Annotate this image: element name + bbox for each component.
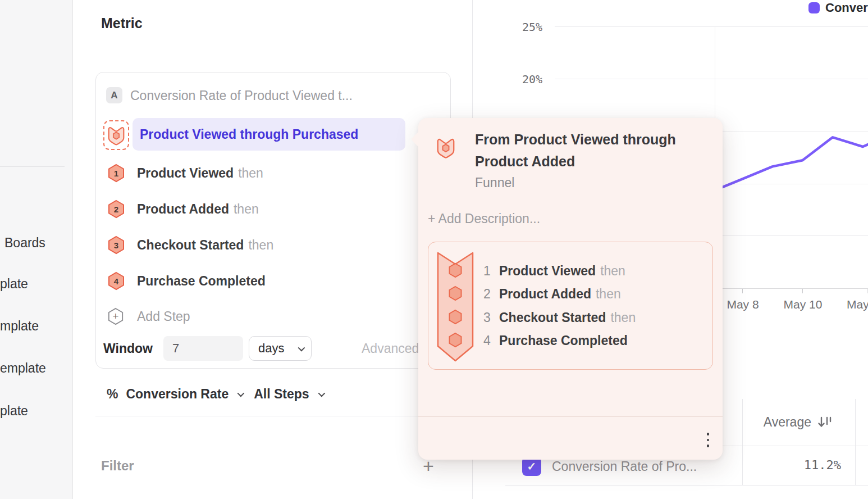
popover-steps-box: 1 Product Viewed then 2 Product Added th…: [428, 242, 713, 370]
chevron-down-icon: [298, 344, 305, 351]
x-tickmark: [742, 289, 743, 293]
measure-type-dropdown[interactable]: Conversion Rate: [126, 387, 229, 402]
left-sidebar: Boards plate mplate emplate plate: [0, 0, 73, 499]
table-column-border: [742, 399, 743, 485]
step-2-hex-icon: 2: [107, 199, 125, 219]
step-then-label: then: [600, 264, 625, 279]
svg-text:3: 3: [114, 241, 118, 250]
step-number: 3: [483, 310, 496, 325]
sidebar-item-template-3[interactable]: emplate: [0, 361, 46, 376]
step-1-hex-icon: 1: [107, 164, 125, 183]
y-axis-tick-25: 25%: [505, 20, 542, 34]
table-row-border: [505, 485, 868, 486]
sidebar-item-boards[interactable]: Boards: [4, 235, 45, 251]
metric-letter-badge: A: [106, 87, 122, 103]
section-divider: [95, 416, 455, 416]
add-step-button[interactable]: + Add Step: [107, 307, 276, 325]
sidebar-item-template-1[interactable]: plate: [0, 276, 28, 292]
x-tickmark: [867, 289, 867, 293]
x-axis-label-may8: May 8: [725, 298, 760, 311]
table-row-label[interactable]: Conversion Rate of Pro...: [552, 459, 726, 474]
step-name: Product Added: [499, 287, 591, 302]
step-then-label: then: [234, 202, 259, 217]
funnel-details-popover: From Product Viewed through Product Adde…: [418, 118, 723, 460]
window-input[interactable]: [163, 336, 243, 361]
step-then-label: then: [238, 166, 263, 181]
y-axis-tick-20: 20%: [505, 72, 542, 86]
popover-title: From Product Viewed through Product Adde…: [475, 129, 700, 173]
more-options-icon[interactable]: [701, 428, 715, 452]
step-3-hex-icon: 3: [107, 235, 125, 255]
x-tickmark: [802, 289, 803, 293]
funnel-icon[interactable]: [103, 120, 129, 150]
funnel-step-row-2[interactable]: 2 Product Added then: [107, 199, 422, 219]
window-unit-value: days: [258, 341, 284, 356]
metric-section-heading: Metric: [101, 15, 143, 31]
step-name: Product Viewed: [137, 166, 234, 181]
step-4-hex-icon: 4: [107, 271, 125, 291]
add-description-link[interactable]: + Add Description...: [428, 211, 540, 226]
series-checkbox[interactable]: ✓: [522, 457, 541, 476]
svg-text:1: 1: [114, 169, 118, 178]
metric-title[interactable]: Conversion Rate of Product Viewed t...: [130, 88, 353, 103]
sidebar-divider: [0, 166, 65, 167]
step-then-label: then: [596, 287, 621, 302]
gridline-20pct: [555, 79, 868, 79]
step-then-label: then: [248, 238, 273, 253]
popover-step-4: 4 Purchase Completed: [483, 332, 702, 349]
add-step-hex-icon: +: [107, 307, 124, 325]
svg-text:4: 4: [114, 276, 119, 286]
chevron-down-icon[interactable]: [318, 389, 325, 397]
chevron-down-icon[interactable]: [237, 389, 245, 397]
x-axis-label-may12: May: [847, 298, 868, 311]
measure-row: % Conversion Rate All Steps: [107, 385, 327, 402]
popover-step-1: 1 Product Viewed then: [483, 262, 702, 279]
add-step-label: Add Step: [137, 309, 190, 324]
x-axis-label-may10: May 10: [782, 298, 824, 311]
step-name: Purchase Completed: [499, 333, 628, 348]
step-name: Checkout Started: [137, 238, 244, 253]
step-number: 4: [483, 333, 496, 348]
table-column-border: [855, 399, 856, 485]
steps-scope-dropdown[interactable]: All Steps: [254, 387, 309, 402]
legend-swatch: [808, 2, 820, 13]
check-icon: ✓: [527, 460, 537, 473]
step-number: 1: [483, 264, 496, 279]
metric-card: A Conversion Rate of Product Viewed t...…: [95, 72, 451, 369]
step-name: Product Added: [137, 202, 229, 217]
step-then-label: then: [610, 310, 636, 325]
percent-symbol: %: [107, 387, 118, 402]
average-column-header[interactable]: Average: [719, 415, 811, 430]
funnel-step-row-4[interactable]: 4 Purchase Completed: [107, 271, 422, 291]
svg-text:+: +: [113, 310, 119, 322]
popover-subtitle: Funnel: [475, 175, 514, 190]
popover-step-3: 3 Checkout Started then: [483, 309, 702, 326]
sidebar-item-template-2[interactable]: mplate: [0, 319, 39, 334]
window-label: Window: [103, 341, 153, 356]
step-name: Checkout Started: [499, 310, 606, 325]
funnel-step-row-1[interactable]: 1 Product Viewed then: [107, 164, 422, 183]
sort-descending-icon[interactable]: [817, 416, 833, 430]
advanced-link[interactable]: Advanced: [362, 341, 419, 356]
svg-text:2: 2: [114, 205, 118, 214]
selected-funnel-step[interactable]: Product Viewed through Purchased: [133, 118, 405, 151]
window-unit-select[interactable]: days: [249, 336, 312, 361]
step-number: 2: [483, 287, 496, 302]
popover-step-2: 2 Product Added then: [483, 285, 702, 302]
app-canvas: Boards plate mplate emplate plate Metric…: [0, 0, 868, 499]
step-name: Purchase Completed: [137, 274, 266, 289]
table-row-average-value: 11.2%: [758, 458, 841, 472]
funnel-glyph-icon: [107, 125, 125, 146]
funnel-banner-icon: [437, 250, 474, 363]
funnel-icon: [434, 137, 458, 158]
popover-footer-divider: [418, 416, 723, 417]
chart-legend[interactable]: Conver: [808, 1, 868, 15]
legend-label: Conver: [825, 1, 868, 15]
filter-section-heading: Filter: [101, 458, 134, 474]
sidebar-item-template-4[interactable]: plate: [0, 403, 28, 419]
funnel-step-row-3[interactable]: 3 Checkout Started then: [107, 235, 422, 255]
step-name: Product Viewed: [499, 264, 596, 279]
gridline-25pct: [555, 26, 868, 27]
